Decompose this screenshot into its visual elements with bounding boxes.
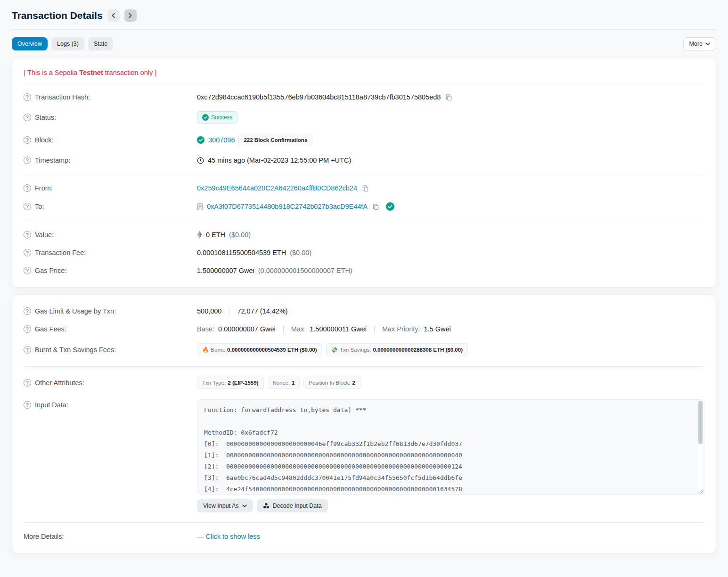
- input-data-scrollbar: [698, 401, 703, 492]
- row-gas-limit: ? Gas Limit & Usage by Txn: 500,000 72,0…: [24, 302, 704, 320]
- section-divider: [24, 366, 704, 367]
- gas-limit-label: Gas Limit & Usage by Txn:: [35, 307, 116, 315]
- help-icon[interactable]: ?: [24, 157, 31, 164]
- block-label: Block:: [35, 136, 54, 144]
- transaction-fee-label: Transaction Fee:: [35, 249, 86, 256]
- copy-icon: [362, 185, 369, 192]
- check-circle-icon: [197, 136, 204, 144]
- other-attributes-label: Other Attributes:: [35, 379, 84, 387]
- txn-savings-label: Txn Savings:: [340, 347, 371, 353]
- copy-from-address-button[interactable]: [361, 185, 370, 192]
- help-icon[interactable]: ?: [24, 184, 31, 192]
- input-data-box-wrap: Function: forward(address to,bytes data)…: [197, 399, 704, 495]
- status-badge: Success: [197, 111, 237, 124]
- help-icon[interactable]: ?: [24, 114, 31, 121]
- overview-card: [ This is a Sepolia Testnet transaction …: [12, 57, 716, 288]
- max-priority-label: Max Priority:: [382, 325, 420, 333]
- tab-overview[interactable]: Overview: [12, 37, 48, 50]
- value-separator: [229, 308, 229, 315]
- decode-input-data-button[interactable]: Decode Input Data: [257, 499, 328, 512]
- section-divider: [24, 221, 704, 221]
- decode-icon: [263, 503, 270, 509]
- transaction-fee-amount: 0.000108115500504539 ETH: [197, 249, 286, 256]
- input-data-textarea[interactable]: Function: forward(address to,bytes data)…: [197, 399, 704, 495]
- txn-type-value: 2 (EIP-1559): [228, 380, 258, 386]
- tabs-bar: Overview Logs (3) State More: [0, 30, 728, 50]
- row-gas-price: ? Gas Price: 1.500000007 Gwei (0.0000000…: [24, 262, 704, 280]
- help-icon[interactable]: ?: [24, 231, 31, 239]
- tab-state[interactable]: State: [88, 37, 113, 50]
- txn-savings-badge: 💸 Txn Savings: 0.000000000000288308 ETH …: [326, 343, 468, 356]
- help-icon[interactable]: ?: [24, 325, 31, 333]
- to-label: To:: [35, 203, 44, 210]
- help-icon[interactable]: ?: [24, 203, 31, 210]
- more-button-label: More: [689, 41, 703, 47]
- view-input-as-button[interactable]: View Input As: [197, 499, 253, 512]
- previous-transaction-button[interactable]: [107, 9, 120, 22]
- help-icon[interactable]: ?: [24, 379, 31, 387]
- transaction-hash-value: 0xc72d984ccac6190b5f135576eb97b03604bc81…: [197, 93, 441, 101]
- row-from: ? From: 0x259c49E65644a020C2A642260a4ffB…: [24, 179, 704, 197]
- gas-price-amount: 1.500000007 Gwei: [197, 267, 254, 274]
- position-in-block-badge: Position In Block: 2: [303, 377, 360, 389]
- row-burnt-savings: ? Burnt & Txn Savings Fees: 🔥 Burnt: 0.0…: [24, 338, 704, 362]
- value-separator: [283, 326, 284, 333]
- help-icon[interactable]: ?: [24, 346, 31, 354]
- tab-logs[interactable]: Logs (3): [51, 37, 84, 50]
- block-number-link[interactable]: 3007096: [208, 136, 235, 144]
- scrollbar-thumb[interactable]: [698, 401, 703, 444]
- help-icon[interactable]: ?: [24, 401, 31, 409]
- row-input-data: ? Input Data: Function: forward(address …: [24, 394, 704, 518]
- fire-icon: 🔥: [202, 346, 209, 353]
- from-address-link[interactable]: 0x259c49E65644a020C2A642260a4ffB0CD862cb…: [197, 184, 357, 192]
- copy-icon: [372, 203, 379, 210]
- block-confirmations-text: 222 Block Confirmations: [244, 137, 307, 143]
- from-label: From:: [35, 184, 53, 192]
- row-other-attributes: ? Other Attributes: Txn Type: 2 (EIP-155…: [24, 371, 704, 394]
- notice-bold: Testnet: [79, 69, 103, 76]
- more-button[interactable]: More: [683, 37, 716, 50]
- show-less-link[interactable]: — Click to show less: [197, 533, 260, 540]
- money-wings-icon: 💸: [331, 346, 338, 353]
- help-icon[interactable]: ?: [24, 249, 31, 256]
- transaction-hash-label: Transaction Hash:: [35, 93, 90, 101]
- chevron-down-icon: [242, 504, 247, 508]
- row-transaction-fee: ? Transaction Fee: 0.000108115500504539 …: [24, 244, 704, 262]
- notice-prefix: [ This is a Sepolia: [24, 69, 79, 76]
- copy-transaction-hash-button[interactable]: [444, 94, 453, 101]
- to-address-link[interactable]: 0xA3f07D6773514480b918C2742b027b3acD9E44…: [207, 203, 368, 210]
- copy-icon: [445, 94, 452, 101]
- help-icon[interactable]: ?: [24, 93, 31, 101]
- input-data-label: Input Data:: [35, 401, 68, 409]
- chevron-down-icon: [705, 42, 710, 46]
- base-fee-label: Base:: [197, 325, 214, 333]
- position-in-block-value: 2: [352, 380, 355, 386]
- value-separator: [374, 326, 375, 333]
- copy-to-address-button[interactable]: [371, 203, 380, 210]
- chevron-left-icon: [111, 13, 115, 18]
- position-in-block-label: Position In Block:: [309, 380, 350, 386]
- nonce-badge: Nonce: 1: [268, 377, 300, 389]
- check-circle-icon: [202, 114, 209, 121]
- gas-limit-value: 500,000: [197, 307, 221, 315]
- gas-price-label: Gas Price:: [35, 267, 67, 274]
- help-icon[interactable]: ?: [24, 136, 31, 144]
- notice-suffix: transaction only ]: [103, 69, 157, 76]
- max-fee-value: 1.500000011 Gwei: [310, 325, 367, 333]
- help-icon[interactable]: ?: [24, 307, 31, 315]
- help-icon[interactable]: ?: [24, 267, 31, 274]
- page-title: Transaction Details: [12, 10, 103, 21]
- block-confirmations-badge: 222 Block Confirmations: [238, 134, 312, 146]
- timestamp-label: Timestamp:: [35, 157, 70, 164]
- row-block: ? Block: 3007096 222 Block Confirmations: [24, 129, 704, 151]
- txn-type-label: Txn Type:: [202, 380, 226, 386]
- value-usd: ($0.00): [229, 231, 251, 239]
- gas-used-value: 72,077 (14.42%): [237, 307, 287, 315]
- burnt-label: Burnt:: [211, 347, 225, 353]
- burnt-fee-badge: 🔥 Burnt: 0.000000000000504539 ETH ($0.00…: [197, 343, 322, 356]
- next-transaction-button[interactable]: [124, 9, 137, 22]
- page-header: Transaction Details: [0, 0, 728, 29]
- nonce-value: 1: [292, 380, 294, 386]
- nonce-label: Nonce:: [273, 380, 290, 386]
- row-to: ? To: 0xA3f07D6773514480b918C2742b027b3a…: [24, 197, 704, 216]
